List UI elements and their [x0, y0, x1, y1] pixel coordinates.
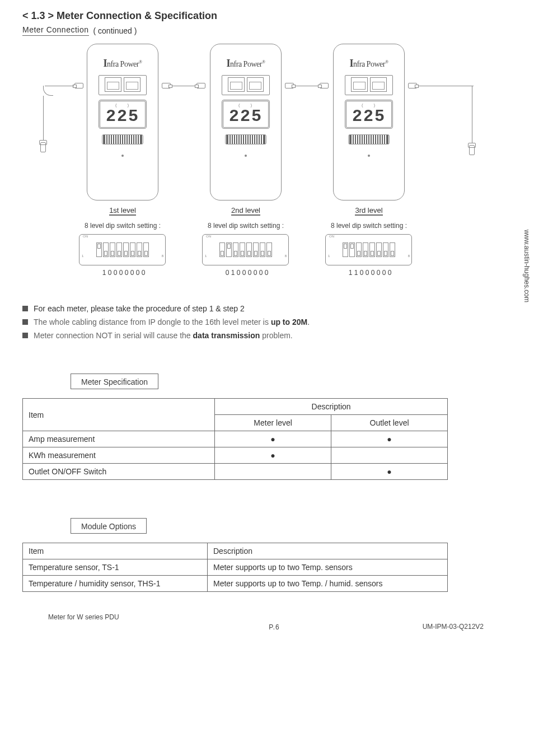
table-header: Outlet level	[331, 415, 448, 431]
dip-switch-1: ON 1 8	[79, 234, 166, 265]
port-in-icon	[105, 77, 121, 92]
module-block-label: Module Options	[71, 518, 147, 534]
dip-switch-2: ON 1 8	[202, 234, 289, 265]
edge-url: www.austin-hughes.com	[523, 230, 531, 302]
section-title: Meter Connection & Specification	[57, 10, 217, 21]
dip-setting-3: 1 1 0 0 0 0 0 0	[325, 269, 415, 277]
meter-2: Infra Power® ( )225	[210, 44, 282, 200]
bullet-icon	[22, 319, 28, 325]
dip-setting-2: 0 1 0 0 0 0 0 0	[202, 269, 292, 277]
meter-1: Infra Power® ( )225	[87, 44, 158, 200]
bullet-item: Meter connection NOT in serial will caus…	[22, 329, 512, 343]
section-number: < 1.3 >	[22, 10, 54, 21]
table-header: Meter level	[215, 415, 331, 431]
dip-caption-1: 8 level dip switch setting :	[78, 222, 167, 230]
bullet-icon	[22, 306, 28, 311]
footer-product: Meter for W series PDU	[48, 613, 478, 621]
spec-block-label: Meter Specification	[71, 374, 158, 389]
meter-spec-table: Item Description Meter level Outlet leve…	[22, 398, 448, 480]
dip-switch-3: ON 1 8	[325, 234, 412, 265]
table-header: Item	[23, 399, 215, 431]
level-caption-1: 1st level	[109, 206, 136, 216]
bullet-icon	[22, 333, 28, 338]
table-row: Temperature sensor, TS-1Meter supports u…	[23, 559, 448, 576]
connection-title: Meter Connection	[22, 25, 89, 36]
bullet-item: The whole cabling distance from IP dongl…	[22, 316, 512, 329]
port-out-icon	[124, 77, 140, 92]
table-row: Amp measurement●●	[23, 431, 448, 447]
rj45-icon	[408, 83, 417, 88]
brand-logo: Infra Power®	[87, 58, 158, 69]
bullet-item: For each meter, please take the procedur…	[22, 302, 512, 316]
table-row: Temperature / humidity sensor, THS-1Mete…	[23, 576, 448, 592]
level-caption-3: 3rd level	[355, 206, 382, 216]
connection-diagram: Infra Power® ( )225 Infra Power® ( )225 …	[20, 44, 509, 228]
dip-caption-2: 8 level dip switch setting :	[201, 222, 291, 230]
connection-title-cont: ( continued )	[93, 26, 137, 35]
usb-icon	[469, 145, 475, 155]
table-header: Description	[208, 543, 448, 559]
level-caption-2: 2nd level	[231, 206, 260, 216]
table-header: Item	[23, 543, 208, 559]
rj45-icon	[196, 83, 205, 88]
table-row: KWh measurement●	[23, 447, 448, 464]
module-options-table: Item Description Temperature sensor, TS-…	[22, 543, 448, 592]
rj45-icon	[162, 83, 171, 88]
rj45-icon	[74, 83, 83, 88]
lcd-reading: 225	[100, 107, 145, 126]
dip-caption-3: 8 level dip switch setting :	[324, 222, 414, 230]
table-row: Outlet ON/OFF Switch●	[23, 464, 448, 480]
usb-icon	[40, 142, 46, 152]
meter-3: Infra Power® ( )225	[333, 44, 405, 200]
table-header: Description	[215, 399, 448, 415]
dip-setting-1: 1 0 0 0 0 0 0 0	[79, 269, 168, 277]
rj45-icon	[285, 83, 294, 88]
rj45-icon	[320, 83, 329, 88]
barcode-icon	[102, 134, 143, 144]
